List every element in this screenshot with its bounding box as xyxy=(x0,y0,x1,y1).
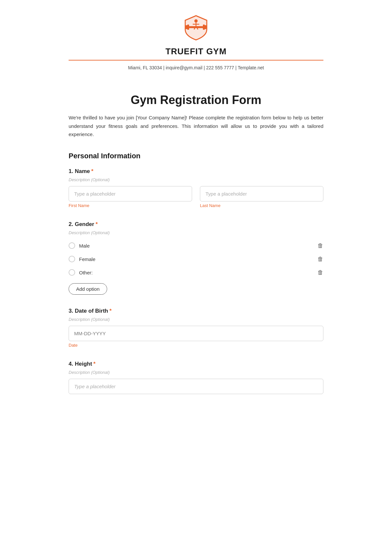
add-option-button[interactable]: Add option xyxy=(69,283,107,295)
question-height: 4. Height* Description (Optional) xyxy=(69,361,323,394)
first-name-wrapper: First Name xyxy=(69,186,192,208)
question-name-description: Description (Optional) xyxy=(69,177,323,182)
form-title-section: Gym Registration Form We're thrilled to … xyxy=(69,93,323,139)
orange-divider xyxy=(69,60,323,61)
question-dob-label: 3. Date of Birth* xyxy=(69,308,323,314)
section-personal-heading: Personal Information xyxy=(69,152,323,160)
dob-input[interactable] xyxy=(69,326,323,341)
gender-option-female: Female 🗑 xyxy=(69,252,323,266)
radio-male-label: Male xyxy=(79,243,90,249)
delete-female-icon[interactable]: 🗑 xyxy=(318,256,323,263)
delete-other-icon[interactable]: 🗑 xyxy=(318,269,323,276)
question-name: 1. Name* Description (Optional) First Na… xyxy=(69,168,323,208)
svg-point-5 xyxy=(194,19,198,23)
page-header: TRUEFIT GYM Miami, FL 33034 | inquire@gy… xyxy=(69,13,323,77)
radio-other-label: Other: xyxy=(79,270,93,275)
question-name-label: 1. Name* xyxy=(69,168,323,175)
svg-rect-4 xyxy=(204,25,206,29)
last-name-label: Last Name xyxy=(200,203,323,208)
last-name-input[interactable] xyxy=(200,186,323,201)
first-name-label: First Name xyxy=(69,203,192,208)
name-fields: First Name Last Name xyxy=(69,186,323,208)
last-name-wrapper: Last Name xyxy=(200,186,323,208)
radio-male[interactable] xyxy=(69,242,75,249)
logo xyxy=(181,13,211,44)
gender-option-male: Male 🗑 xyxy=(69,239,323,252)
question-height-description: Description (Optional) xyxy=(69,370,323,375)
gym-name: TRUEFIT GYM xyxy=(165,46,226,57)
form-description: We're thrilled to have you join [Your Co… xyxy=(69,113,323,139)
question-gender-label: 2. Gender* xyxy=(69,221,323,228)
height-input[interactable] xyxy=(69,379,323,394)
form-title: Gym Registration Form xyxy=(69,93,323,107)
question-gender-description: Description (Optional) xyxy=(69,230,323,235)
radio-female-label: Female xyxy=(79,256,95,262)
question-dob-description: Description (Optional) xyxy=(69,317,323,322)
gender-option-other: Other: 🗑 xyxy=(69,266,323,279)
contact-info: Miami, FL 33034 | inquire@gym.mail | 222… xyxy=(128,65,264,70)
question-height-label: 4. Height* xyxy=(69,361,323,367)
svg-rect-3 xyxy=(186,25,188,29)
first-name-input[interactable] xyxy=(69,186,192,201)
question-gender: 2. Gender* Description (Optional) Male 🗑… xyxy=(69,221,323,295)
radio-female[interactable] xyxy=(69,256,75,262)
delete-male-icon[interactable]: 🗑 xyxy=(318,242,323,249)
dob-field-label: Date xyxy=(69,343,323,348)
question-dob: 3. Date of Birth* Description (Optional)… xyxy=(69,308,323,348)
radio-other[interactable] xyxy=(69,269,75,276)
